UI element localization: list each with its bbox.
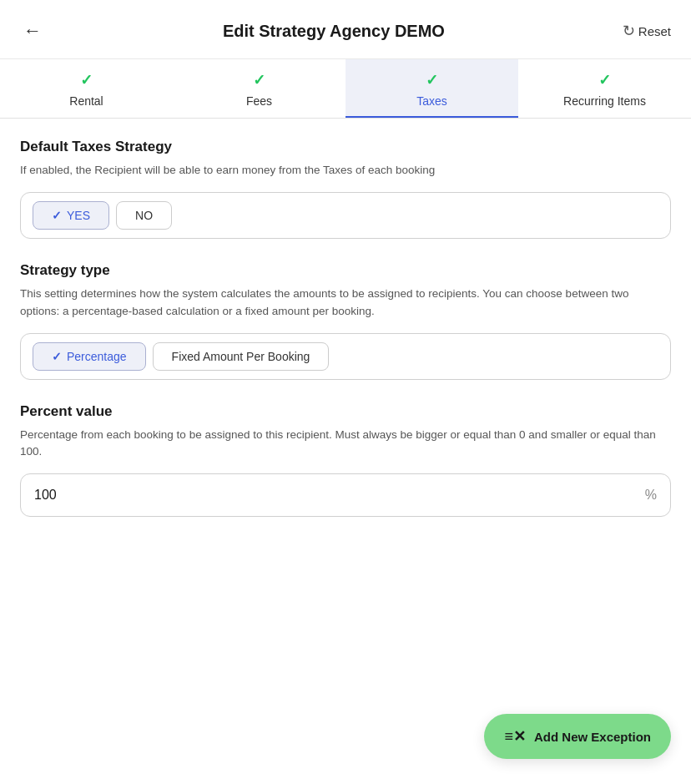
default-taxes-title: Default Taxes Strategy (20, 139, 671, 155)
tab-taxes-check: ✓ (426, 71, 438, 89)
percent-input-wrapper: % (20, 473, 671, 517)
tab-recurring[interactable]: ✓ Recurring Items (518, 59, 691, 118)
yes-button[interactable]: ✓ YES (33, 201, 109, 230)
strategy-type-title: Strategy type (20, 262, 671, 279)
strategy-type-toggle-box: ✓ Percentage Fixed Amount Per Booking (20, 333, 671, 380)
main-content: Default Taxes Strategy If enabled, the R… (0, 119, 691, 620)
tab-fees[interactable]: ✓ Fees (173, 59, 346, 118)
tab-recurring-check: ✓ (598, 71, 611, 89)
tab-recurring-label: Recurring Items (563, 94, 646, 108)
back-button[interactable]: ← (20, 17, 45, 45)
reset-label: Reset (638, 24, 671, 38)
yes-check-icon: ✓ (52, 209, 62, 222)
add-new-exception-button[interactable]: ≡✕ Add New Exception (484, 714, 671, 759)
tab-rental[interactable]: ✓ Rental (0, 59, 173, 118)
reset-button[interactable]: ↻ Reset (623, 22, 671, 40)
add-exception-icon: ≡✕ (504, 727, 526, 746)
fixed-amount-button[interactable]: Fixed Amount Per Booking (153, 342, 330, 371)
strategy-type-section: Strategy type This setting determines ho… (20, 262, 671, 380)
page-title: Edit Strategy Agency DEMO (45, 22, 623, 41)
percent-value-desc: Percentage from each booking to be assig… (20, 427, 671, 461)
header: ← Edit Strategy Agency DEMO ↻ Reset (0, 0, 691, 59)
tab-taxes[interactable]: ✓ Taxes (346, 59, 518, 118)
no-label: NO (135, 209, 153, 222)
back-icon: ← (23, 20, 42, 42)
percent-input[interactable] (34, 488, 645, 503)
default-taxes-section: Default Taxes Strategy If enabled, the R… (20, 139, 671, 239)
tab-fees-check: ✓ (253, 71, 265, 89)
default-taxes-toggle-box: ✓ YES NO (20, 192, 671, 239)
tab-taxes-label: Taxes (416, 94, 447, 108)
tab-rental-check: ✓ (80, 71, 93, 89)
tab-fees-label: Fees (246, 94, 272, 108)
strategy-type-desc: This setting determines how the system c… (20, 286, 671, 320)
yes-label: YES (67, 209, 90, 222)
fixed-amount-label: Fixed Amount Per Booking (172, 350, 310, 363)
tab-rental-label: Rental (69, 94, 103, 108)
add-exception-label: Add New Exception (534, 730, 651, 744)
tabs-bar: ✓ Rental ✓ Fees ✓ Taxes ✓ Recurring Item… (0, 59, 691, 119)
percentage-check-icon: ✓ (52, 350, 62, 363)
percentage-label: Percentage (67, 350, 127, 363)
reset-icon: ↻ (623, 22, 635, 40)
default-taxes-desc: If enabled, the Recipient will be able t… (20, 162, 671, 179)
percent-value-section: Percent value Percentage from each booki… (20, 403, 671, 518)
percent-value-title: Percent value (20, 403, 671, 420)
percentage-button[interactable]: ✓ Percentage (33, 342, 146, 371)
percent-suffix: % (645, 488, 657, 503)
no-button[interactable]: NO (116, 201, 172, 230)
